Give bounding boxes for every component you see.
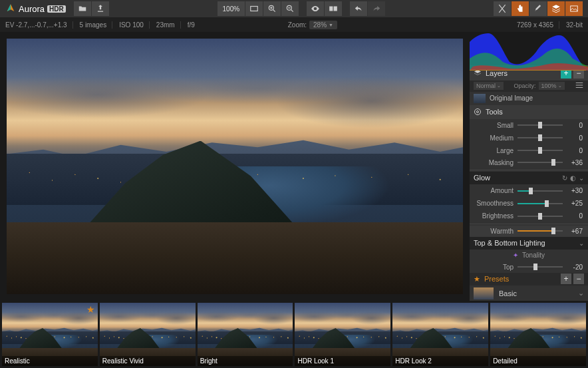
svg-point-7 xyxy=(477,111,479,113)
focal-info: 23mm xyxy=(156,21,181,29)
presets-title: Presets xyxy=(484,275,509,283)
glow-title: Glow xyxy=(474,174,490,182)
preset-category-row[interactable]: Basic ⌄ xyxy=(470,285,588,301)
preset-label: Realistic xyxy=(2,356,98,366)
preview-button[interactable] xyxy=(307,1,324,16)
tonality-row[interactable]: ✦ Tonality xyxy=(470,250,588,262)
app-name: Aurora xyxy=(19,4,45,14)
layer-name: Original Image xyxy=(490,94,533,102)
zoom-out-button[interactable] xyxy=(281,1,299,16)
layer-options: Normal⌄ Opacity: 100%⌄ xyxy=(470,81,588,92)
preset-filmstrip: ★ Realistic Realistic Vivid Bright HDR L… xyxy=(0,301,588,368)
layer-original[interactable]: Original Image xyxy=(470,92,588,104)
redo-button[interactable] xyxy=(368,1,385,16)
preset-hdr look 1[interactable]: HDR Look 1 xyxy=(295,303,390,366)
small-slider[interactable]: Small 0 xyxy=(470,119,588,132)
layer-menu-button[interactable] xyxy=(575,81,584,91)
zoom-in-button[interactable] xyxy=(263,1,281,16)
image-tab-button[interactable] xyxy=(565,1,583,16)
warmth-slider[interactable]: Warmth +67 xyxy=(470,226,588,237)
svg-rect-3 xyxy=(329,7,333,11)
add-preset-button[interactable]: + xyxy=(561,274,571,284)
ev-info: EV -2.7,...-0.7,...+1.3 xyxy=(5,21,73,29)
preset-label: Bright xyxy=(198,356,293,366)
star-icon: ★ xyxy=(86,304,95,315)
brush-button[interactable] xyxy=(529,1,547,16)
undo-button[interactable] xyxy=(350,1,367,16)
svg-rect-0 xyxy=(251,7,258,11)
medium-slider[interactable]: Medium 0 xyxy=(470,132,588,144)
top-slider[interactable]: Top -20 xyxy=(470,262,588,273)
bitdepth-info: 32-bit xyxy=(566,21,583,29)
category-thumb xyxy=(474,287,494,299)
toggle-icon[interactable]: ◐ xyxy=(570,174,576,182)
smoothness-slider[interactable]: Smoothness +25 xyxy=(470,197,588,210)
preset-label: Realistic Vivid xyxy=(100,356,196,366)
zoom-label: Zoom: xyxy=(288,21,307,29)
fit-button[interactable] xyxy=(245,1,263,16)
opacity-label: Opacity: xyxy=(514,83,535,89)
images-count: 5 images xyxy=(80,21,113,29)
crop-button[interactable] xyxy=(494,1,511,16)
large-slider[interactable]: Large 0 xyxy=(470,144,588,157)
star-icon: ★ xyxy=(474,275,480,283)
dimensions-info: 7269 x 4365 xyxy=(517,21,559,29)
amount-slider[interactable]: Amount +30 xyxy=(470,184,588,197)
preset-label: HDR Look 1 xyxy=(295,356,390,366)
masking-slider[interactable]: Masking +36 xyxy=(470,157,588,168)
blend-mode-dropdown[interactable]: Normal⌄ xyxy=(474,82,504,90)
chevron-down-icon: ⌄ xyxy=(578,289,584,297)
layers-tab-button[interactable] xyxy=(547,1,565,16)
compare-button[interactable] xyxy=(325,1,342,16)
svg-rect-5 xyxy=(571,6,578,11)
svg-rect-4 xyxy=(334,7,337,11)
preset-realistic[interactable]: ★ Realistic xyxy=(2,303,98,366)
image-canvas[interactable] xyxy=(0,32,470,301)
tb-lighting-title: Top & Bottom Lighting xyxy=(474,239,545,247)
remove-preset-button[interactable]: − xyxy=(573,274,584,284)
tonality-icon: ✦ xyxy=(513,252,518,259)
category-name: Basic xyxy=(499,289,517,297)
presets-header: ★ Presets + − xyxy=(470,273,588,285)
app-logo: Aurora HDR xyxy=(5,3,66,14)
logo-icon xyxy=(5,3,16,14)
preset-label: HDR Look 2 xyxy=(392,356,488,366)
opacity-dropdown[interactable]: 100%⌄ xyxy=(539,82,565,90)
tools-title: Tools xyxy=(486,108,503,116)
zoom-100-button[interactable]: 100% xyxy=(218,1,245,16)
svg-point-6 xyxy=(475,109,481,115)
app-tag: HDR xyxy=(47,5,66,13)
main-photo xyxy=(7,39,463,294)
hand-button[interactable] xyxy=(512,1,529,16)
right-sidebar: Layers + − Normal⌄ Opacity: 100%⌄ Origin… xyxy=(470,32,588,301)
preset-detailed[interactable]: Detailed xyxy=(490,303,586,366)
preset-hdr look 2[interactable]: HDR Look 2 xyxy=(392,303,488,366)
preset-realistic vivid[interactable]: Realistic Vivid xyxy=(100,303,196,366)
tools-panel-header[interactable]: Tools xyxy=(470,105,588,119)
export-button[interactable] xyxy=(92,1,109,16)
tools-icon xyxy=(474,108,482,116)
glow-section-header[interactable]: Glow ↻ ◐ ⌄ xyxy=(470,172,588,184)
reset-icon[interactable]: ↻ xyxy=(562,174,567,182)
iso-info: ISO 100 xyxy=(119,21,150,29)
layer-thumb xyxy=(474,94,486,103)
preset-label: Detailed xyxy=(490,356,586,366)
histogram[interactable] xyxy=(470,32,588,66)
tonality-label: Tonality xyxy=(522,252,545,259)
chevron-down-icon[interactable]: ⌄ xyxy=(579,240,584,247)
zoom-dropdown[interactable]: 28%▼ xyxy=(309,21,337,29)
chevron-down-icon[interactable]: ⌄ xyxy=(579,174,584,182)
preset-bright[interactable]: Bright xyxy=(198,303,293,366)
brightness-slider[interactable]: Brightness 0 xyxy=(470,210,588,222)
tb-lighting-header[interactable]: Top & Bottom Lighting ⌄ xyxy=(470,237,588,250)
top-toolbar: Aurora HDR 100% xyxy=(0,0,588,17)
aperture-info: f/9 xyxy=(188,21,195,29)
info-bar: EV -2.7,...-0.7,...+1.3 5 images ISO 100… xyxy=(0,17,588,32)
open-button[interactable] xyxy=(74,1,91,16)
